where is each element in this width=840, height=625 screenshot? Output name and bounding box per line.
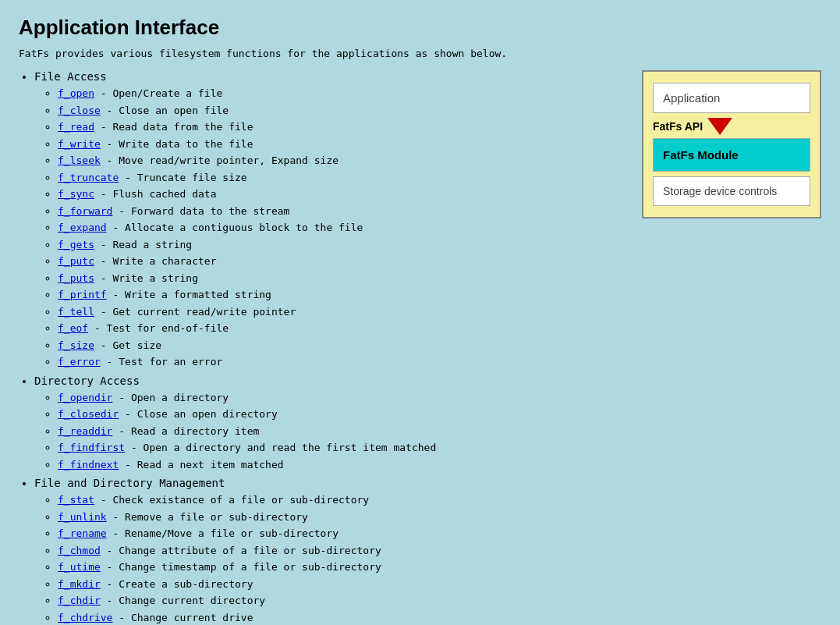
intro-text: FatFs provides various filesystem functi… — [19, 48, 821, 59]
list-item: f_unlink - Remove a file or sub-director… — [58, 510, 626, 525]
panel-application-box: Application — [653, 83, 810, 113]
list-item: f_expand - Allocate a contiguous block t… — [58, 220, 626, 236]
list-item: f_mkdir - Create a sub-directory — [58, 577, 626, 592]
list-item: f_write - Write data to the file — [58, 137, 626, 152]
content-area: File Accessf_open - Open/Create a filef_… — [19, 70, 821, 625]
link-f_chdir[interactable]: f_chdir — [58, 595, 101, 606]
list-item: f_chdrive - Change current drive — [58, 610, 626, 626]
list-item: f_close - Close an open file — [58, 103, 626, 119]
list-item: f_printf - Write a formatted string — [58, 287, 626, 303]
link-f_error[interactable]: f_error — [58, 356, 101, 368]
link-f_sync[interactable]: f_sync — [58, 188, 94, 200]
list-item: f_putc - Write a character — [58, 254, 626, 269]
application-label: Application — [663, 91, 720, 105]
link-f_size[interactable]: f_size — [58, 339, 94, 351]
link-f_printf[interactable]: f_printf — [58, 289, 107, 300]
api-label: FatFs API — [653, 120, 703, 133]
link-f_chmod[interactable]: f_chmod — [58, 545, 101, 556]
list-item: f_open - Open/Create a file — [58, 86, 626, 101]
list-item: f_tell - Get current read/write pointer — [58, 304, 626, 320]
arrow-down-icon — [707, 118, 732, 135]
list-item: f_lseek - Move read/write pointer, Expan… — [58, 153, 626, 169]
link-f_close[interactable]: f_close — [58, 105, 101, 116]
section-1-items: f_opendir - Open a directoryf_closedir -… — [34, 390, 626, 473]
list-item: f_chdir - Change current directory — [58, 593, 626, 609]
link-f_stat[interactable]: f_stat — [58, 494, 94, 506]
list-item: f_opendir - Open a directory — [58, 390, 626, 406]
list-item: f_findnext - Read a next item matched — [58, 457, 626, 473]
link-f_readdir[interactable]: f_readdir — [58, 425, 112, 437]
link-f_write[interactable]: f_write — [58, 138, 101, 150]
list-item: f_rename - Rename/Move a file or sub-dir… — [58, 526, 626, 542]
storage-controls-box: Storage device controls — [653, 176, 810, 206]
section-2: File and Directory Managementf_stat - Ch… — [34, 477, 626, 625]
list-item: f_size - Get size — [58, 338, 626, 353]
storage-label: Storage device controls — [663, 185, 777, 197]
link-f_puts[interactable]: f_puts — [58, 272, 94, 284]
link-f_opendir[interactable]: f_opendir — [58, 392, 112, 403]
sections-list: File Accessf_open - Open/Create a filef_… — [19, 70, 626, 625]
link-f_unlink[interactable]: f_unlink — [58, 511, 107, 523]
list-item: f_findfirst - Open a directory and read … — [58, 440, 626, 456]
list-item: f_closedir - Close an open directory — [58, 407, 626, 422]
left-content: File Accessf_open - Open/Create a filef_… — [19, 70, 626, 625]
link-f_chdrive[interactable]: f_chdrive — [58, 612, 112, 623]
list-item: f_utime - Change timestamp of a file or … — [58, 559, 626, 575]
list-item: f_forward - Forward data to the stream — [58, 204, 626, 219]
api-row: FatFs API — [653, 118, 810, 135]
link-f_tell[interactable]: f_tell — [58, 306, 94, 318]
page-title: Application Interface — [19, 16, 821, 40]
section-1: Directory Accessf_opendir - Open a direc… — [34, 375, 626, 473]
link-f_truncate[interactable]: f_truncate — [58, 172, 119, 183]
link-f_forward[interactable]: f_forward — [58, 205, 112, 217]
link-f_lseek[interactable]: f_lseek — [58, 154, 101, 166]
link-f_rename[interactable]: f_rename — [58, 527, 107, 539]
link-f_mkdir[interactable]: f_mkdir — [58, 578, 101, 590]
link-f_putc[interactable]: f_putc — [58, 255, 94, 267]
right-panel: Application FatFs API FatFs Module Stora… — [642, 70, 821, 218]
link-f_findfirst[interactable]: f_findfirst — [58, 442, 125, 453]
link-f_findnext[interactable]: f_findnext — [58, 459, 119, 471]
list-item: f_sync - Flush cached data — [58, 186, 626, 202]
section-0-items: f_open - Open/Create a filef_close - Clo… — [34, 86, 626, 370]
link-f_eof[interactable]: f_eof — [58, 322, 88, 334]
link-f_expand[interactable]: f_expand — [58, 222, 107, 233]
list-item: f_error - Test for an error — [58, 354, 626, 370]
link-f_gets[interactable]: f_gets — [58, 239, 94, 250]
list-item: f_puts - Write a string — [58, 271, 626, 286]
list-item: f_readdir - Read a directory item — [58, 424, 626, 439]
list-item: f_chmod - Change attribute of a file or … — [58, 543, 626, 559]
fatfs-module-box: FatFs Module — [653, 138, 810, 172]
link-f_utime[interactable]: f_utime — [58, 561, 101, 573]
link-f_open[interactable]: f_open — [58, 87, 94, 99]
list-item: f_truncate - Truncate file size — [58, 170, 626, 186]
list-item: f_gets - Read a string — [58, 237, 626, 253]
link-f_closedir[interactable]: f_closedir — [58, 408, 119, 420]
list-item: f_stat - Check existance of a file or su… — [58, 492, 626, 508]
module-label: FatFs Module — [663, 148, 739, 162]
section-0: File Accessf_open - Open/Create a filef_… — [34, 70, 626, 370]
section-2-items: f_stat - Check existance of a file or su… — [34, 492, 626, 625]
link-f_read[interactable]: f_read — [58, 121, 94, 133]
list-item: f_eof - Test for end-of-file — [58, 321, 626, 336]
list-item: f_read - Read data from the file — [58, 119, 626, 135]
